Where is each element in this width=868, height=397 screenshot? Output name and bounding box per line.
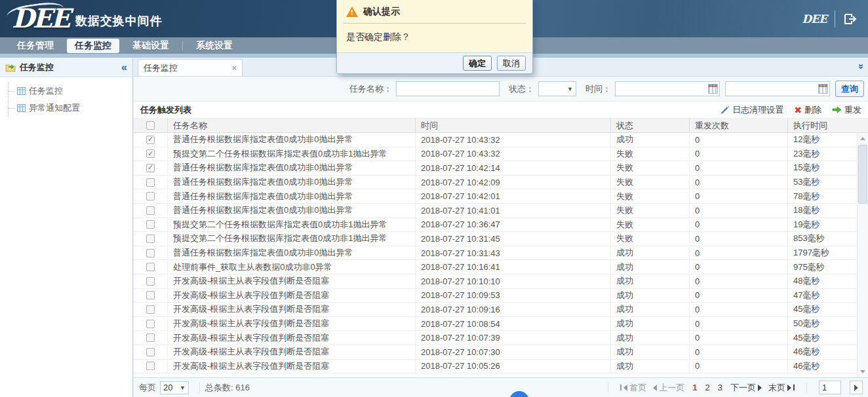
dee-logo: DEE: [12, 3, 69, 34]
table-row[interactable]: 处理前事件_获取主从表数据0成功非0异常 2018-07-27 10:16:41…: [134, 260, 857, 274]
folder-icon: [5, 63, 16, 72]
prev-page-button[interactable]: 上一页: [653, 382, 684, 394]
table-row[interactable]: 预提交第二个任务根据数据库指定表值0成功非1抛出异常 2018-07-27 10…: [134, 147, 857, 162]
table-row[interactable]: 开发高级-根据主从表字段值判断是否阻塞 2018-07-27 10:09:53 …: [134, 289, 857, 303]
row-checkbox[interactable]: [146, 277, 155, 286]
row-checkbox[interactable]: [146, 305, 155, 314]
cell-retry-count: 0: [690, 289, 788, 303]
calendar-icon[interactable]: [818, 84, 828, 94]
table-row[interactable]: 开发高级-根据主从表字段值判断是否阻塞 2018-07-27 10:10:10 …: [134, 274, 857, 289]
row-checkbox[interactable]: [146, 206, 155, 215]
cell-retry-count: 0: [690, 204, 788, 217]
last-page-label: 末页: [768, 382, 785, 394]
nav-item[interactable]: 任务管理: [9, 39, 62, 53]
cell-retry-count: 0: [690, 161, 788, 175]
table-row[interactable]: 普通任务根据数据库指定表值0成功非0抛出异常 2018-07-27 10:41:…: [134, 204, 857, 218]
goto-page-button[interactable]: [850, 381, 863, 394]
row-checkbox[interactable]: [146, 235, 155, 243]
cell-task-name: 开发高级-根据主从表字段值判断是否阻塞: [168, 317, 416, 331]
row-checkbox[interactable]: [146, 220, 155, 229]
table-row[interactable]: 预提交第二个任务根据数据库指定表值0成功非1抛出异常 2018-07-27 10…: [134, 218, 857, 233]
row-checkbox[interactable]: [146, 149, 155, 158]
row-checkbox[interactable]: [146, 362, 155, 370]
table-row[interactable]: 普通任务根据数据库指定表值0成功非0抛出异常 2018-07-27 10:42:…: [134, 161, 857, 176]
cell-task-name: 开发高级-根据主从表字段值判断是否阻塞: [168, 303, 416, 316]
goto-page-input[interactable]: [819, 381, 841, 394]
confirm-ok-button[interactable]: 确定: [463, 56, 492, 71]
section-title: 任务触发列表: [140, 104, 710, 116]
tab-close-icon[interactable]: ×: [231, 63, 237, 73]
cell-task-name: 预提交第二个任务根据数据库指定表值0成功非1抛出异常: [168, 232, 416, 246]
resend-button[interactable]: 重发: [832, 104, 861, 116]
cell-status: 失败: [611, 189, 690, 203]
cell-exec-time: 12毫秒: [788, 133, 857, 147]
cell-time: 2018-07-27 10:07:30: [416, 345, 611, 359]
next-page-button[interactable]: 下一页: [730, 382, 762, 394]
last-page-button[interactable]: 末页: [768, 382, 795, 394]
tree-item[interactable]: 异常通知配置: [9, 100, 132, 117]
select-all-checkbox[interactable]: [146, 121, 155, 130]
row-checkbox[interactable]: [146, 164, 155, 172]
row-checkbox[interactable]: [146, 192, 155, 200]
task-name-input[interactable]: [396, 81, 500, 96]
calendar-icon[interactable]: [708, 84, 718, 94]
cell-retry-count: 0: [690, 133, 788, 147]
cell-task-name: 普通任务根据数据库指定表值0成功非0抛出异常: [168, 189, 416, 203]
total-count: 总条数: 616: [205, 382, 250, 394]
table-row[interactable]: 开发高级-根据主从表字段值判断是否阻塞 2018-07-27 10:07:39 …: [134, 331, 857, 345]
time-from-input[interactable]: [616, 82, 706, 96]
confirm-cancel-button[interactable]: 取消: [497, 56, 526, 71]
row-checkbox[interactable]: [146, 320, 155, 328]
page-number[interactable]: 3: [717, 383, 724, 392]
row-checkbox[interactable]: [146, 136, 155, 144]
delete-button[interactable]: ✖ 删除: [794, 104, 821, 116]
nav-item[interactable]: 系统设置: [188, 39, 241, 53]
per-page-select[interactable]: 20 ▼: [160, 381, 189, 394]
scroll-down-button[interactable]: [858, 366, 868, 377]
list-section-header: 任务触发列表 日志清理设置 ✖ 删除 重发: [134, 102, 868, 119]
cell-task-name: 开发高级-根据主从表字段值判断是否阻塞: [168, 274, 416, 288]
row-checkbox[interactable]: [146, 333, 155, 342]
time-to-input[interactable]: [726, 82, 816, 96]
vertical-scrollbar[interactable]: [857, 133, 868, 377]
table-row[interactable]: 开发高级-根据主从表字段值判断是否阻塞 2018-07-27 10:09:16 …: [134, 303, 857, 317]
table-row[interactable]: 普通任务根据数据库指定表值0成功非0抛出异常 2018-07-27 10:43:…: [134, 133, 857, 147]
table-row[interactable]: 普通任务根据数据库指定表值0成功非0抛出异常 2018-07-27 10:42:…: [134, 189, 857, 204]
time-from-field: [615, 81, 720, 96]
row-checkbox[interactable]: [146, 263, 155, 271]
dialog-message: 是否确定删除？: [337, 24, 532, 52]
table-header: 任务名称 时间 状态 重发次数 执行时间: [134, 119, 868, 133]
first-page-button[interactable]: 首页: [620, 382, 646, 394]
page-number[interactable]: 1: [691, 383, 698, 392]
tree-item[interactable]: 任务监控: [9, 83, 132, 100]
scrollbar-thumb[interactable]: [858, 145, 867, 204]
log-clean-settings-button[interactable]: 日志清理设置: [720, 104, 783, 116]
cell-exec-time: 45毫秒: [788, 331, 857, 345]
table-row[interactable]: 普通任务根据数据库指定表值0成功非0抛出异常 2018-07-27 10:42:…: [134, 176, 857, 190]
page-number[interactable]: 2: [704, 383, 711, 392]
cell-retry-count: 0: [690, 260, 788, 274]
table-row[interactable]: 开发高级-根据主从表字段值判断是否阻塞 2018-07-27 10:05:26 …: [134, 360, 857, 374]
table-row[interactable]: 开发高级-根据主从表字段值判断是否阻塞 2018-07-27 10:08:54 …: [134, 317, 857, 331]
row-checkbox[interactable]: [146, 249, 155, 257]
status-select[interactable]: ▼: [538, 81, 576, 96]
table-row[interactable]: 开发高级-根据主从表字段值判断是否阻塞 2018-07-27 10:07:30 …: [134, 345, 857, 360]
page-numbers: 123: [691, 383, 724, 392]
panel-expand-icon[interactable]: »: [856, 64, 867, 69]
cell-exec-time: 48毫秒: [788, 274, 857, 288]
query-button[interactable]: 查询: [835, 81, 864, 97]
tab-task-monitor[interactable]: 任务监控 ×: [138, 59, 243, 76]
dropdown-arrow-icon: ▼: [567, 86, 573, 92]
row-checkbox[interactable]: [146, 348, 155, 356]
table-row[interactable]: 普通任务根据数据库指定表值0成功非0抛出异常 2018-07-27 10:31:…: [134, 246, 857, 261]
nav-item[interactable]: 基础设置: [125, 39, 177, 53]
row-checkbox[interactable]: [146, 178, 155, 187]
scroll-up-button[interactable]: [858, 133, 868, 144]
row-checkbox[interactable]: [146, 291, 155, 299]
collapse-sidebar-icon[interactable]: «: [121, 62, 127, 73]
table-row[interactable]: 预提交第二个任务根据数据库指定表值0成功非1抛出异常 2018-07-27 10…: [134, 232, 857, 246]
nav-item[interactable]: 任务监控: [67, 39, 119, 53]
time-label: 时间：: [585, 83, 611, 95]
per-page-label: 每页: [139, 382, 156, 394]
logout-icon[interactable]: [843, 12, 858, 26]
